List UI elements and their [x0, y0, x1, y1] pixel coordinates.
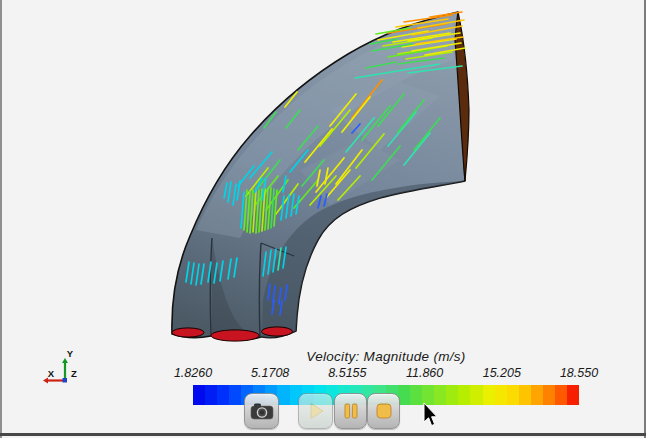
scalarbar-ticks: 1.8260 5.1708 8.5155 11.860 15.205 18.55…	[193, 366, 579, 382]
tick-label: 1.8260	[174, 366, 212, 380]
colorbar-segment	[519, 385, 531, 405]
colorbar-segment	[193, 385, 205, 405]
inlet-face	[211, 330, 259, 341]
colorbar-segment	[458, 385, 470, 405]
tick-label: 15.205	[483, 366, 521, 380]
colorbar-segment	[531, 385, 543, 405]
tick-label: 18.550	[560, 366, 598, 380]
pause-icon	[342, 402, 360, 420]
colorbar-segment	[229, 385, 241, 405]
render-view-window: X Y Z Velocity: Magnitude (m/s) 1.8260 5…	[0, 0, 646, 438]
tick-label: 5.1708	[251, 366, 289, 380]
z-axis-icon	[63, 378, 68, 383]
colorbar-segment	[555, 385, 567, 405]
colorbar-segment	[507, 385, 519, 405]
scalarbar-title: Velocity: Magnitude (m/s)	[193, 349, 579, 364]
colorbar-segment	[217, 385, 229, 405]
stop-button[interactable]	[367, 393, 400, 429]
inlet-face	[172, 328, 204, 337]
colorbar-segment	[543, 385, 555, 405]
colorbar-segment	[567, 385, 579, 405]
play-icon	[306, 401, 326, 421]
colorbar-segment	[446, 385, 458, 405]
inlet-face	[262, 327, 293, 336]
colorbar-segment	[205, 385, 217, 405]
y-axis-label: Y	[67, 348, 74, 359]
z-axis-label: Z	[71, 368, 77, 379]
window-border-bottom	[0, 433, 646, 436]
tick-label: 11.860	[406, 366, 443, 380]
colorbar-segment	[277, 385, 289, 405]
colorbar-segment	[495, 385, 507, 405]
x-axis-label: X	[48, 368, 55, 379]
mouse-cursor	[423, 402, 439, 428]
pause-button[interactable]	[334, 393, 367, 429]
stop-icon	[375, 402, 393, 420]
colorbar-segment	[410, 385, 422, 405]
window-border-left	[0, 0, 2, 438]
colorbar-segment	[483, 385, 495, 405]
tick-label: 8.5155	[328, 366, 366, 380]
colorbar-segment	[470, 385, 482, 405]
camera-icon	[250, 402, 274, 420]
camera-button[interactable]	[244, 393, 279, 429]
play-button[interactable]	[298, 393, 333, 429]
axes-triad: X Y Z	[43, 348, 77, 384]
